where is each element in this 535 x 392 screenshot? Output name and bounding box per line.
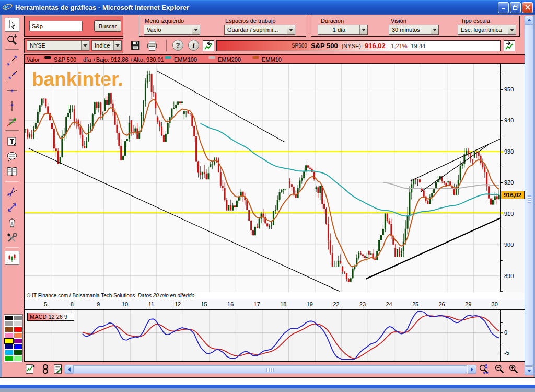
copyright-text: © IT-Finance.com / Bolsamania Tech Solut…	[27, 293, 135, 298]
status-strip	[0, 377, 535, 385]
search-input[interactable]	[29, 21, 83, 31]
instrument-value: Indice	[92, 41, 113, 50]
chevron-down-icon[interactable]	[192, 25, 200, 34]
menu-left-dropdown[interactable]: Vacío	[144, 25, 200, 35]
macd-plot-area[interactable]: MACD 12 26 9	[25, 310, 500, 361]
price-axis[interactable]: 890900910920930940950916,02	[500, 64, 525, 292]
legend-emm200: EMM200	[218, 56, 241, 63]
print-icon[interactable]	[146, 40, 159, 52]
duration-label: Duración	[321, 18, 344, 24]
date-tick-label: 8	[65, 301, 79, 307]
scroll-right-button[interactable]	[468, 365, 476, 374]
export-chart-icon[interactable]	[25, 363, 37, 376]
help-button[interactable]: ?	[172, 40, 183, 51]
minimize-button[interactable]	[498, 2, 509, 13]
chevron-down-icon[interactable]	[81, 41, 89, 50]
catalog-tool[interactable]	[5, 165, 19, 179]
app-window: e Herramientas de gráficas - Microsoft I…	[0, 0, 535, 392]
ticker-bar: SP500 S&P 500 (NYSE) 916,02 -1,21% 19:44	[216, 40, 501, 51]
close-button[interactable]	[522, 2, 533, 13]
duration-value: 1 día	[318, 25, 359, 34]
palette-color[interactable]	[14, 356, 22, 361]
chevron-down-icon[interactable]	[113, 41, 121, 50]
horizontal-line-tool[interactable]	[5, 84, 19, 98]
trash-tool[interactable]	[5, 215, 19, 229]
chart-tool[interactable]	[5, 251, 19, 265]
chevron-down-icon[interactable]	[287, 25, 295, 34]
legend-day-range: día +Bajo: 912,86 +Alto: 930,01	[83, 56, 164, 63]
sketch-tool[interactable]	[5, 114, 19, 128]
segment-tool[interactable]	[5, 53, 19, 67]
vertical-scrollbar-thumb[interactable]	[525, 25, 533, 366]
scroll-left-button[interactable]	[65, 365, 74, 374]
palette-color[interactable]	[14, 350, 22, 355]
palette-color[interactable]	[14, 327, 22, 332]
date-tick-label: 23	[356, 301, 369, 307]
menus-group: Menú izquierdo Vacío Espacios de trabajo…	[139, 16, 306, 37]
macd-tick-label: -5	[504, 350, 509, 356]
ticker-name: S&P 500	[311, 42, 338, 50]
settings-tool[interactable]	[5, 230, 19, 245]
market-group: NYSE Indice	[24, 38, 123, 53]
price-tick-label: 950	[504, 86, 514, 93]
erase-line-tool[interactable]	[5, 185, 19, 199]
date-tick-label: 29	[461, 301, 475, 307]
comment-tool[interactable]	[5, 149, 19, 164]
horizontal-scrollbar-thumb[interactable]	[73, 365, 467, 373]
legend-series: S&P 500	[54, 56, 76, 63]
instrument-dropdown[interactable]: Indice	[91, 40, 122, 51]
date-tick-label: 30	[488, 301, 502, 307]
text-tool[interactable]	[5, 134, 19, 148]
menu-left-label: Menú izquierdo	[145, 18, 184, 24]
macd-plot[interactable]	[25, 310, 500, 361]
ie-logo-icon: e	[2, 2, 13, 13]
palette-color[interactable]	[14, 339, 22, 343]
palette-color[interactable]	[5, 316, 13, 320]
palette-color[interactable]	[5, 339, 13, 343]
palette-color[interactable]	[5, 321, 13, 326]
date-tick-label: 16	[224, 301, 237, 307]
vertical-line-tool[interactable]	[5, 99, 19, 113]
duration-dropdown[interactable]: 1 día	[318, 25, 368, 35]
restore-button[interactable]	[510, 2, 521, 13]
chevron-down-icon[interactable]	[431, 25, 438, 34]
chevron-down-icon[interactable]	[359, 25, 367, 34]
prev-value-icon[interactable]	[203, 40, 214, 51]
zoom-out-icon[interactable]	[494, 363, 506, 376]
zoom-in-icon[interactable]	[508, 363, 520, 376]
move-tool[interactable]	[5, 200, 19, 214]
price-chart-area[interactable]: bankinter.	[25, 64, 500, 292]
zoom-tool[interactable]	[5, 33, 19, 47]
palette-color[interactable]	[14, 316, 22, 320]
zoom-fit-icon[interactable]	[478, 363, 491, 376]
cursor-tool[interactable]	[5, 18, 19, 32]
window-title: Herramientas de gráficas - Microsoft Int…	[15, 4, 497, 11]
info-button[interactable]: i	[188, 40, 199, 51]
palette-color[interactable]	[5, 333, 13, 338]
save-icon[interactable]	[130, 40, 142, 52]
palette-color[interactable]	[5, 344, 13, 349]
next-value-icon[interactable]	[504, 40, 515, 51]
palette-color[interactable]	[5, 327, 13, 332]
palette-color[interactable]	[14, 333, 22, 338]
vision-dropdown[interactable]: 30 minutos	[389, 25, 439, 35]
market-dropdown[interactable]: NYSE	[27, 40, 89, 51]
palette-color[interactable]	[14, 344, 22, 349]
market-value: NYSE	[27, 41, 81, 50]
notes-icon[interactable]	[52, 363, 65, 376]
palette-color[interactable]	[5, 350, 13, 355]
view-settings-group: Duración 1 día Visión 30 minutos Tipo es…	[311, 16, 520, 37]
candlestick-plot[interactable]	[25, 64, 500, 292]
palette-color[interactable]	[14, 321, 22, 326]
price-tick-label: 910	[504, 211, 514, 217]
workspaces-dropdown[interactable]: Guardar / suprimir...	[224, 25, 295, 35]
chevron-down-icon[interactable]	[508, 25, 516, 34]
line-tool[interactable]	[5, 68, 19, 83]
scroll-down-button[interactable]	[525, 366, 533, 375]
search-button[interactable]: Buscar	[94, 20, 121, 32]
scroll-up-button[interactable]	[525, 16, 533, 25]
date-tick-label: 17	[250, 301, 264, 307]
scale-dropdown[interactable]: Esc. logarítmica	[458, 25, 516, 35]
palette-color[interactable]	[5, 356, 13, 361]
link-icon[interactable]	[40, 363, 52, 376]
